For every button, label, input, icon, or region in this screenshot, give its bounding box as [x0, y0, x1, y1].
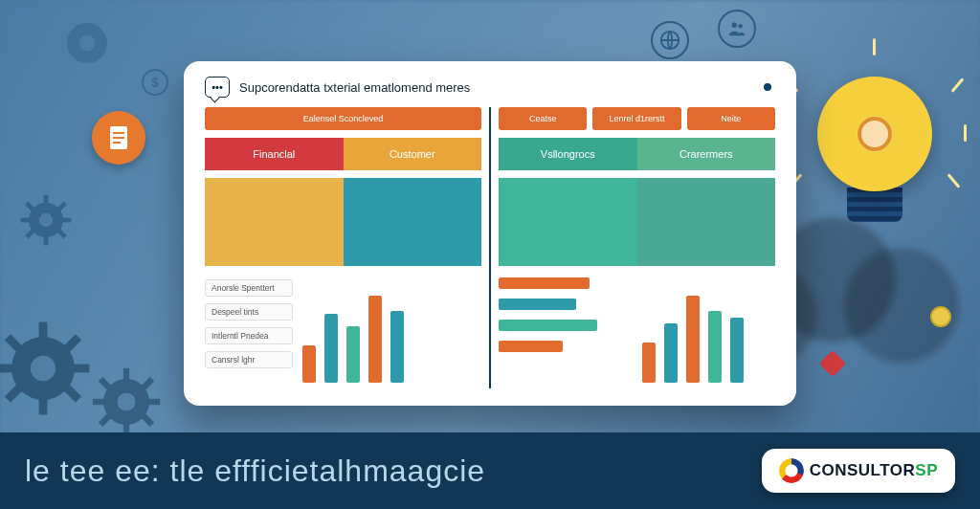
- panel-header: ••• Supcorendatta txterial ematlomend me…: [205, 77, 775, 98]
- bar-chart-right: [642, 274, 776, 388]
- scorecard-panel: ••• Supcorendatta txterial ematlomend me…: [184, 61, 796, 406]
- banner-chip: Ealensel Sconcleved: [205, 107, 481, 130]
- bottom-left: Anorsle Spenttert Despeel tints Intlernt…: [205, 274, 481, 388]
- bar: [708, 311, 722, 383]
- gear-icon: [88, 364, 165, 440]
- svg-rect-34: [113, 137, 124, 139]
- svg-point-21: [117, 392, 135, 410]
- svg-point-31: [79, 35, 96, 52]
- svg-rect-25: [147, 399, 160, 405]
- gear-icon: [0, 316, 96, 421]
- gear-icon: [17, 191, 75, 249]
- bar: [730, 318, 744, 383]
- progress-bar: [499, 341, 563, 352]
- svg-rect-15: [73, 365, 90, 373]
- legend-item: Cansrsl lghr: [205, 351, 293, 368]
- color-row-right: [499, 178, 775, 266]
- svg-rect-35: [113, 142, 121, 144]
- brand-swirl-icon: [779, 458, 804, 483]
- legend-item: Despeel tints: [205, 303, 293, 321]
- brand-suffix: SP: [915, 461, 938, 479]
- svg-rect-5: [62, 218, 72, 223]
- chat-icon: •••: [205, 77, 230, 98]
- perspective-crarer: Crarermers: [637, 138, 776, 170]
- svg-point-37: [732, 23, 738, 28]
- svg-rect-14: [0, 365, 13, 373]
- indicator-dot: [764, 83, 771, 91]
- people-icon: [718, 10, 756, 48]
- brand-name: CONSULTOR: [810, 461, 916, 479]
- brand-badge: CONSULTORSP: [762, 449, 955, 493]
- bottom-right: [499, 274, 775, 388]
- panel-grid: Ealensel Sconcleved Ceatse Lenrel d1rers…: [205, 107, 775, 388]
- bar: [686, 296, 700, 383]
- svg-rect-24: [93, 399, 105, 405]
- svg-point-1: [39, 213, 53, 227]
- bar: [324, 314, 338, 383]
- progress-bar: [499, 320, 597, 331]
- progress-bar: [499, 299, 576, 310]
- brand-text: CONSULTORSP: [810, 461, 938, 480]
- svg-rect-2: [44, 195, 49, 205]
- legend-item: Intlerntl Pnedea: [205, 327, 293, 344]
- banner-chip: Ceatse: [499, 107, 587, 130]
- svg-point-38: [738, 24, 742, 28]
- bar: [302, 345, 316, 383]
- bar-chart-left: [302, 274, 481, 388]
- bar: [346, 326, 360, 383]
- globe-icon: [651, 21, 689, 59]
- banner-right: Ceatse Lenrel d1rerstt Neite: [499, 107, 775, 130]
- caption-text: le tee ee: tle effficietalhmaagcie: [25, 454, 485, 489]
- progress-column: [499, 274, 633, 388]
- bar: [664, 323, 678, 383]
- perspective-customer: Customer: [344, 138, 482, 170]
- caption-strip: le tee ee: tle effficietalhmaagcie CONSU…: [0, 432, 980, 509]
- banner-chip: Lenrel d1rerstt: [592, 107, 680, 130]
- block-green2: [637, 178, 776, 266]
- panel-title: Supcorendatta txterial ematlomend meres: [239, 80, 470, 95]
- svg-point-11: [31, 356, 56, 381]
- color-row-left: [205, 178, 481, 266]
- bar: [390, 311, 404, 383]
- legend-item: Anorsle Spenttert: [205, 279, 293, 297]
- svg-rect-33: [113, 132, 124, 134]
- progress-bar: [499, 277, 590, 289]
- svg-rect-3: [44, 236, 49, 246]
- gear-icon: [54, 10, 121, 77]
- svg-rect-13: [39, 398, 48, 415]
- bar: [368, 296, 382, 383]
- perspective-vision: Vsllongrocs: [499, 138, 637, 170]
- block-green: [499, 178, 637, 266]
- bar: [642, 343, 656, 383]
- svg-rect-4: [21, 218, 31, 223]
- legend: Anorsle Spenttert Despeel tints Intlernt…: [205, 274, 293, 388]
- perspective-financial: Financlal: [205, 138, 344, 170]
- svg-rect-12: [39, 322, 48, 340]
- banner-chip: Neite: [687, 107, 775, 130]
- perspectives-left: Financlal Customer: [205, 138, 481, 170]
- coin-icon: [930, 306, 951, 327]
- svg-rect-22: [123, 368, 129, 381]
- block-amber: [205, 178, 344, 266]
- lightbulb-icon: [808, 57, 942, 249]
- perspectives-right: Vsllongrocs Crarermers: [499, 138, 775, 170]
- dollar-icon: $: [142, 69, 168, 96]
- document-icon: [92, 111, 145, 165]
- banner-left: Ealensel Sconcleved: [205, 107, 481, 130]
- block-teal: [344, 178, 482, 266]
